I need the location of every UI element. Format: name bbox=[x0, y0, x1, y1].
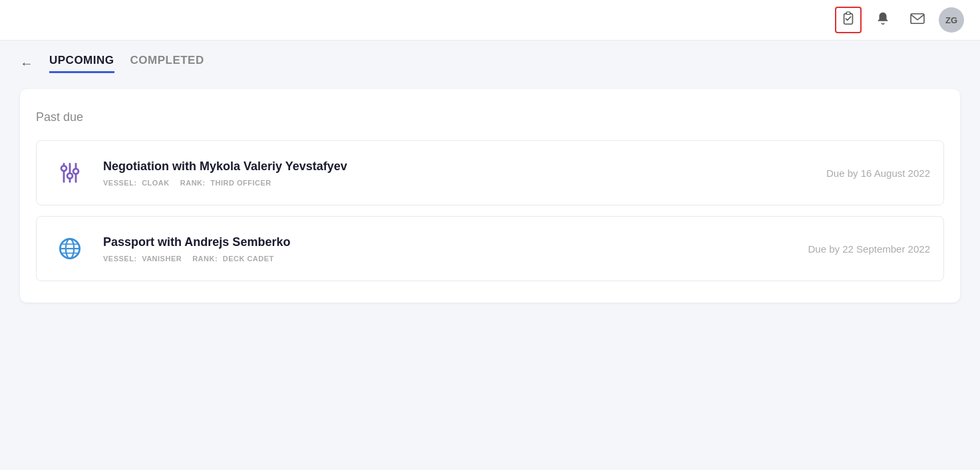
page-content: ← UPCOMING COMPLETED Past due bbox=[0, 41, 980, 316]
tab-upcoming[interactable]: UPCOMING bbox=[49, 54, 114, 73]
task-row[interactable]: Negotiation with Mykola Valeriy Yevstafy… bbox=[36, 140, 944, 205]
back-arrow-icon: ← bbox=[20, 56, 33, 71]
past-due-label: Past due bbox=[36, 110, 944, 124]
svg-point-9 bbox=[73, 169, 79, 174]
vessel-value-2: VANISHER bbox=[140, 255, 182, 263]
rank-label-2: RANK: bbox=[192, 255, 218, 263]
vessel-pair-2: VESSEL: VANISHER bbox=[103, 255, 182, 263]
vessel-label-1: VESSEL: bbox=[103, 179, 137, 187]
task-meta-2: VESSEL: VANISHER RANK: DECK CADET bbox=[103, 255, 795, 263]
rank-label-1: RANK: bbox=[180, 179, 206, 187]
task-icon-globe bbox=[50, 229, 90, 269]
task-meta-1: VESSEL: CLOAK RANK: THIRD OFFICER bbox=[103, 179, 813, 187]
svg-rect-2 bbox=[846, 11, 850, 14]
clipboard-button[interactable] bbox=[835, 7, 862, 33]
avatar[interactable]: ZG bbox=[939, 7, 964, 33]
task-title-1: Negotiation with Mykola Valeriy Yevstafy… bbox=[103, 160, 813, 174]
clipboard-icon bbox=[841, 11, 856, 29]
svg-point-7 bbox=[61, 166, 67, 171]
header: ZG bbox=[0, 0, 980, 41]
task-due-2: Due by 22 September 2022 bbox=[808, 243, 930, 255]
rank-pair-1: RANK: THIRD OFFICER bbox=[180, 179, 271, 187]
rank-pair-2: RANK: DECK CADET bbox=[192, 255, 274, 263]
section-card: Past due Negotiation with Mykola Valeriy… bbox=[20, 89, 960, 302]
task-info-1: Negotiation with Mykola Valeriy Yevstafy… bbox=[103, 160, 813, 187]
task-icon-mixer bbox=[50, 153, 90, 193]
vessel-value-1: CLOAK bbox=[140, 179, 170, 187]
svg-rect-3 bbox=[911, 13, 924, 23]
mail-button[interactable] bbox=[904, 7, 931, 33]
svg-point-8 bbox=[67, 174, 73, 179]
vessel-pair-1: VESSEL: CLOAK bbox=[103, 179, 170, 187]
avatar-initials: ZG bbox=[945, 15, 957, 25]
task-title-2: Passport with Andrejs Semberko bbox=[103, 235, 795, 249]
task-due-1: Due by 16 August 2022 bbox=[826, 168, 930, 179]
bell-button[interactable] bbox=[870, 7, 896, 33]
back-button[interactable]: ← bbox=[20, 56, 33, 71]
task-row[interactable]: Passport with Andrejs Semberko VESSEL: V… bbox=[36, 216, 944, 281]
tabs-row: ← UPCOMING COMPLETED bbox=[20, 54, 960, 73]
bell-icon bbox=[876, 11, 890, 29]
envelope-icon bbox=[910, 13, 925, 28]
task-info-2: Passport with Andrejs Semberko VESSEL: V… bbox=[103, 235, 795, 263]
rank-value-2: DECK CADET bbox=[220, 255, 274, 263]
vessel-label-2: VESSEL: bbox=[103, 255, 137, 263]
rank-value-1: THIRD OFFICER bbox=[208, 179, 271, 187]
tab-completed[interactable]: COMPLETED bbox=[130, 54, 204, 73]
